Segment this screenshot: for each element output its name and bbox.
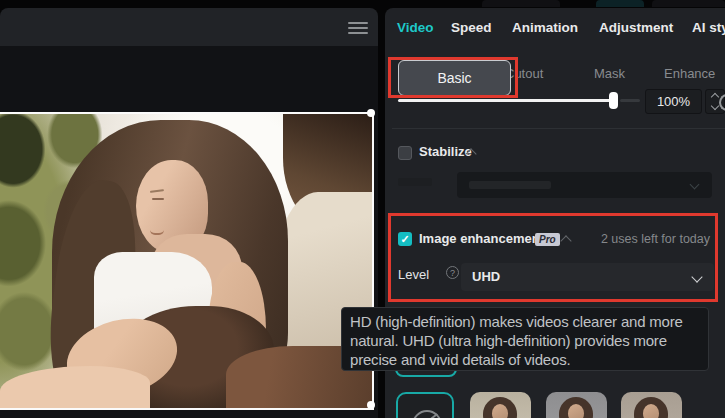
background-tab-segment — [482, 0, 560, 7]
subtab-mask[interactable]: Mask — [594, 66, 625, 81]
uses-left-text: 2 uses left for today — [385, 232, 710, 246]
stabilize-level-dropdown-disabled[interactable] — [457, 172, 712, 198]
chevron-down-icon — [690, 180, 700, 190]
stepper-down-icon[interactable] — [711, 102, 719, 110]
preset-face — [643, 404, 659, 418]
stabilize-checkbox[interactable] — [398, 146, 412, 160]
section-divider — [392, 128, 725, 129]
tab-animation[interactable]: Animation — [512, 20, 578, 35]
level-dropdown-value: UHD — [472, 269, 500, 284]
uhd-tooltip: HD (high-definition) makes videos cleare… — [341, 307, 709, 371]
video-preview[interactable] — [0, 112, 374, 410]
preset-none-thumbnail[interactable] — [396, 392, 454, 418]
player-toolbar — [0, 8, 378, 46]
tab-adjustment[interactable]: Adjustment — [599, 20, 673, 35]
stabilize-label: Stabilize — [419, 144, 472, 159]
window-top-edge — [0, 0, 725, 8]
subtab-enhance[interactable]: Enhance — [664, 66, 715, 81]
tab-video[interactable]: Video — [397, 20, 434, 35]
opacity-value-input[interactable]: 100% — [645, 89, 702, 114]
selection-handle-bottom-right[interactable] — [367, 401, 375, 409]
preset-face — [568, 404, 584, 418]
subtab-basic[interactable]: Basic — [398, 60, 511, 96]
preset-face — [492, 404, 508, 418]
opacity-slider-track[interactable] — [398, 99, 611, 102]
preset-thumbnail-1[interactable] — [470, 392, 531, 418]
disabled-dropdown-text — [469, 181, 551, 189]
chevron-down-icon — [691, 271, 702, 282]
background-tab-segment — [652, 0, 725, 7]
tab-speed[interactable]: Speed — [451, 20, 492, 35]
preset-thumbnail-3[interactable] — [621, 392, 682, 418]
selection-handle-top-right[interactable] — [367, 109, 375, 117]
stepper-up-icon[interactable] — [711, 93, 719, 101]
background-tab-segment-active — [596, 0, 644, 7]
opacity-slider-track-rest[interactable] — [620, 99, 640, 102]
photo-girl-eye — [152, 198, 164, 200]
menu-icon[interactable] — [348, 19, 368, 35]
tab-ai-style[interactable]: AI style — [692, 20, 725, 35]
help-icon[interactable]: ? — [446, 266, 459, 279]
stabilize-level-label-disabled — [398, 178, 432, 186]
preset-thumbnail-2[interactable] — [546, 392, 607, 418]
level-dropdown[interactable]: UHD — [461, 263, 714, 291]
level-label: Level — [398, 267, 429, 282]
opacity-slider-thumb[interactable] — [609, 92, 618, 109]
